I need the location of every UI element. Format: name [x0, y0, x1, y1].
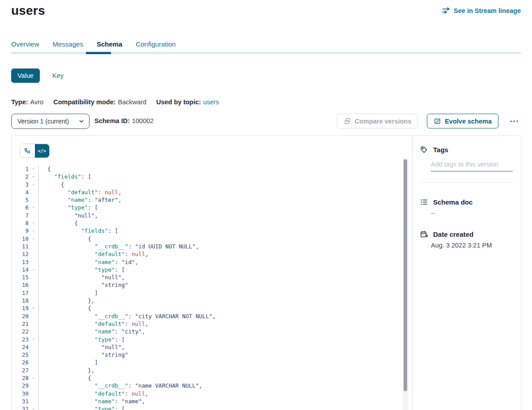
code-text: "type": [ — [38, 266, 401, 273]
code-text: "default": null, — [38, 188, 401, 196]
token-k: "type" — [68, 204, 88, 211]
compare-versions-icon — [344, 117, 351, 125]
more-actions-button[interactable] — [507, 120, 521, 123]
collapse-arrow-icon[interactable]: ▾ — [29, 266, 38, 273]
page-title: users — [11, 4, 45, 18]
code-text: "null", — [38, 273, 401, 281]
token-n: null — [132, 320, 145, 327]
collapse-arrow-icon[interactable]: ▾ — [29, 405, 38, 410]
code-text: "__crdb__": "city VARCHAR NOT NULL", — [38, 312, 401, 320]
token-k: "default" — [94, 390, 125, 397]
token-p: : — [128, 313, 135, 320]
collapse-arrow-icon[interactable]: ▾ — [29, 219, 38, 227]
line-number: 25 — [12, 351, 29, 359]
collapse-arrow-icon[interactable]: ▾ — [29, 181, 38, 188]
value-tab-button[interactable]: Value — [11, 68, 40, 83]
code-line: 8▾ { — [12, 219, 401, 227]
collapse-arrow-icon[interactable]: ▾ — [29, 227, 38, 235]
token-k: "name" — [94, 398, 115, 405]
code-line: 6▾ "type": [ — [12, 204, 401, 211]
topic-link[interactable]: users — [203, 98, 219, 106]
tags-title: Tags — [433, 146, 448, 154]
code-text: "__crdb__": "id UUID NOT NULL", — [38, 243, 401, 250]
tab-schema[interactable]: Schema — [97, 40, 123, 48]
code-view-button[interactable]: </> — [35, 144, 50, 158]
token-p: , — [142, 328, 145, 335]
token-p: : — [128, 382, 135, 389]
token-p: { — [47, 166, 51, 172]
collapse-arrow-icon[interactable]: ▾ — [29, 165, 38, 173]
code-text: "name": "city", — [38, 328, 401, 335]
evolve-schema-button[interactable]: Evolve schema — [427, 114, 498, 128]
schema-code-panel: </> 1▾{2▾ "fields": [3▾ {4 "default": nu… — [12, 136, 412, 410]
line-number: 32 — [12, 405, 29, 410]
code-text: { — [38, 219, 401, 227]
used-by-topic-label: Used by topic: — [156, 98, 201, 106]
line-number: 31 — [12, 397, 29, 405]
code-text: "type": [ — [38, 336, 401, 343]
lineage-link-label: See in Stream lineage — [454, 7, 521, 14]
token-s: "null" — [101, 274, 121, 281]
token-p: : — [115, 398, 122, 405]
line-number: 27 — [12, 367, 29, 374]
token-p: ] — [94, 290, 98, 296]
key-tab-link[interactable]: Key — [52, 72, 64, 79]
tab-messages[interactable]: Messages — [53, 40, 83, 48]
date-created-section-header: Date created — [420, 230, 515, 239]
tree-view-icon — [24, 147, 31, 154]
code-line: 24 "null", — [12, 343, 401, 351]
code-text: { — [38, 165, 401, 173]
token-p: , — [213, 313, 216, 320]
fold-spacer — [29, 328, 38, 335]
line-number: 14 — [12, 266, 29, 273]
code-line: 18 }, — [12, 297, 401, 304]
tab-overview[interactable]: Overview — [11, 40, 39, 48]
token-s: "null" — [74, 212, 94, 219]
token-p: : — [115, 259, 122, 265]
collapse-arrow-icon[interactable]: ▾ — [29, 304, 38, 312]
tab-configuration[interactable]: Configuration — [136, 40, 175, 48]
fold-spacer — [29, 250, 38, 258]
line-number: 28 — [12, 374, 29, 382]
collapse-arrow-icon[interactable]: ▾ — [29, 173, 38, 180]
version-select[interactable]: Version 1 (current) — [11, 114, 89, 129]
line-number: 7 — [12, 212, 29, 219]
fold-spacer — [29, 281, 38, 289]
token-p: , — [122, 274, 125, 281]
token-k: "fields" — [54, 173, 81, 180]
line-number: 22 — [12, 328, 29, 335]
fold-spacer — [29, 258, 38, 266]
code-line: 15 "null", — [12, 273, 401, 281]
token-k: "__crdb__" — [94, 243, 128, 250]
fold-spacer — [29, 382, 38, 389]
code-line: 29 "__crdb__": "name VARCHAR NULL", — [12, 382, 401, 389]
line-number: 13 — [12, 258, 29, 266]
tree-view-button[interactable] — [20, 144, 35, 158]
tags-input-wrap — [431, 160, 513, 171]
token-p: , — [118, 189, 122, 196]
fold-spacer — [29, 289, 38, 297]
collapse-arrow-icon[interactable]: ▾ — [29, 204, 38, 211]
token-s: "null" — [101, 344, 121, 350]
token-k: "__crdb__" — [94, 313, 128, 320]
see-in-stream-lineage-link[interactable]: See in Stream lineage — [442, 6, 521, 15]
code-text: "default": null, — [38, 320, 401, 328]
code-line: 17 ] — [12, 289, 401, 297]
token-s: "name VARCHAR NULL" — [135, 382, 199, 389]
line-number: 1 — [12, 165, 29, 173]
code-text: "name": "name", — [38, 397, 401, 405]
fold-spacer — [29, 367, 38, 374]
code-scrollbar[interactable] — [403, 158, 408, 410]
scrollbar-thumb[interactable] — [404, 159, 407, 391]
stream-lineage-icon — [442, 6, 451, 15]
collapse-arrow-icon[interactable]: ▾ — [29, 235, 38, 243]
compare-versions-button[interactable]: Compare versions — [337, 114, 418, 128]
collapse-arrow-icon[interactable]: ▾ — [29, 374, 38, 382]
tags-input[interactable] — [431, 161, 513, 171]
collapse-arrow-icon[interactable]: ▾ — [29, 336, 38, 343]
type-field: Type:Avro — [11, 98, 43, 106]
token-p: : — [125, 320, 132, 327]
token-k: "fields" — [81, 227, 108, 234]
code-text: "__crdb__": "name VARCHAR NULL", — [38, 382, 401, 389]
compatibility-value: Backward — [118, 98, 147, 106]
